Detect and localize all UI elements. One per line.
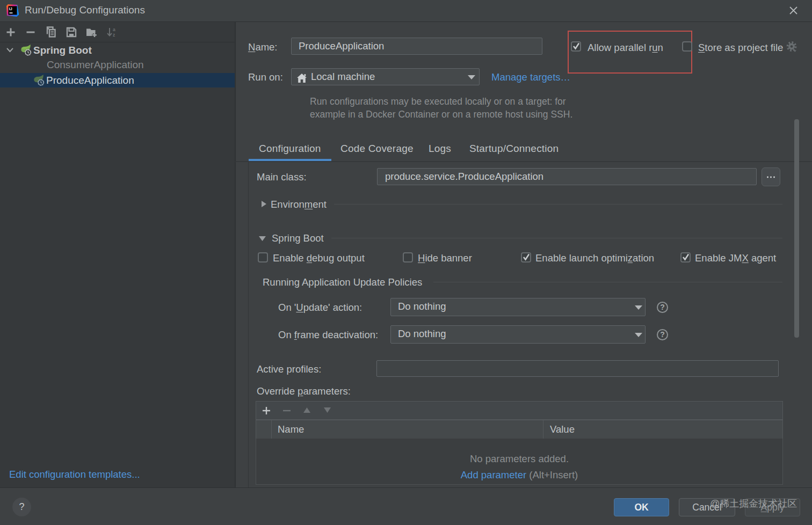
svg-text:z: z <box>113 32 115 38</box>
svg-text:a: a <box>113 27 115 32</box>
svg-text:IJ: IJ <box>9 7 12 11</box>
